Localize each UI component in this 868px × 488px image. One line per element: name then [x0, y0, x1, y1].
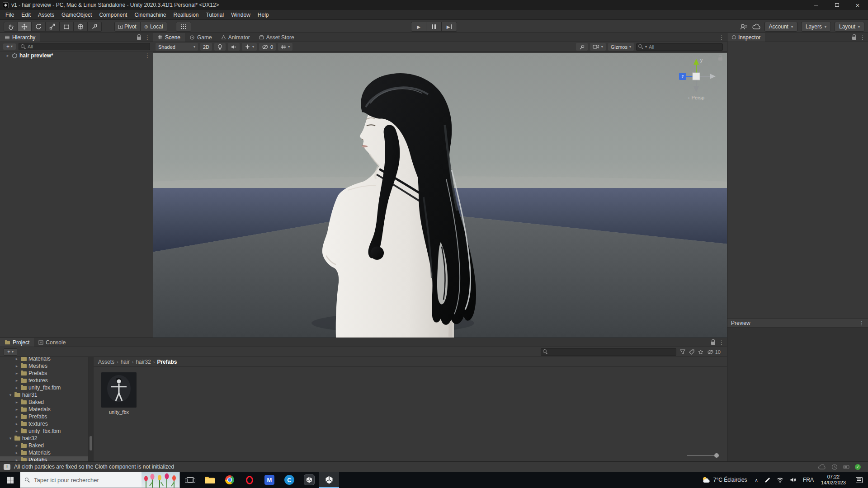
lock-icon[interactable]: [852, 37, 856, 40]
action-center-button[interactable]: [850, 477, 868, 483]
hand-tool-button[interactable]: [4, 22, 18, 32]
project-search-input[interactable]: [541, 348, 676, 356]
lighting-toggle[interactable]: [214, 43, 226, 51]
activity-icon[interactable]: [831, 464, 838, 470]
cloud-status-icon[interactable]: [818, 464, 826, 470]
status-bar[interactable]: All cloth particles are fixed so the Clo…: [0, 461, 868, 472]
menu-kebab-icon[interactable]: [145, 34, 150, 41]
foldout-icon[interactable]: ▸: [14, 450, 19, 455]
foldout-icon[interactable]: ▸: [14, 371, 19, 375]
thumbnail-zoom-slider[interactable]: [687, 452, 719, 459]
scene-root-item[interactable]: hair preview*: [0, 52, 153, 60]
2d-toggle[interactable]: 2D: [200, 43, 212, 51]
pivot-toggle[interactable]: Pivot: [114, 22, 141, 32]
custom-tool-button[interactable]: [88, 22, 102, 32]
tree-row[interactable]: ▸Materials: [0, 449, 88, 456]
collab-icon[interactable]: [740, 23, 748, 30]
cloud-icon[interactable]: [752, 23, 761, 30]
clock-widget[interactable]: 07:22 14/02/2023: [817, 474, 850, 486]
tree-row-selected[interactable]: ▸Prefabs: [0, 456, 88, 461]
unity-hub-button[interactable]: [299, 472, 319, 488]
foldout-icon[interactable]: ▸: [14, 422, 19, 426]
tab-animator[interactable]: Animator: [217, 33, 255, 42]
scene-grid-dropdown[interactable]: ▾: [278, 43, 292, 51]
foldout-icon[interactable]: ▸: [14, 407, 19, 412]
search-by-label-button[interactable]: [689, 349, 694, 355]
local-toggle[interactable]: ⊕Local: [141, 22, 167, 32]
menu-window[interactable]: Window: [227, 12, 254, 18]
menu-reallusion[interactable]: Reallusion: [170, 12, 203, 18]
tab-inspector[interactable]: Inspector: [727, 33, 765, 42]
tree-row[interactable]: ▸Baked: [0, 442, 88, 449]
opera-button[interactable]: [240, 472, 259, 488]
add-button[interactable]: +▾: [4, 348, 17, 356]
unity-editor-button[interactable]: [319, 472, 339, 488]
slider-track[interactable]: [687, 455, 716, 456]
progress-icon[interactable]: [843, 464, 849, 470]
language-indicator[interactable]: FRA: [800, 477, 817, 483]
tab-game[interactable]: Game: [185, 33, 217, 42]
play-button[interactable]: ▶: [411, 22, 426, 32]
menu-tutorial[interactable]: Tutorial: [203, 12, 228, 18]
tree-row[interactable]: ▸unity_fbx.fbm: [0, 427, 88, 435]
scene-orientation-gizmo[interactable]: z y ‹ Persp: [675, 56, 717, 100]
volume-icon[interactable]: [787, 477, 800, 483]
tab-asset-store[interactable]: Asset Store: [255, 33, 299, 42]
hierarchy-search-input[interactable]: All: [19, 43, 150, 50]
account-dropdown[interactable]: Account▾: [764, 22, 797, 32]
menu-kebab-icon[interactable]: [719, 339, 724, 346]
scene-visibility-toggle[interactable]: 0: [259, 43, 276, 51]
search-by-type-button[interactable]: [680, 349, 685, 354]
grid-snap-button[interactable]: [176, 22, 191, 32]
task-view-button[interactable]: [180, 472, 200, 488]
foldout-icon[interactable]: ▾: [8, 436, 13, 441]
start-button[interactable]: [0, 472, 20, 488]
pause-button[interactable]: [426, 22, 442, 32]
camera-settings-dropdown[interactable]: ▾: [590, 43, 606, 51]
tree-row[interactable]: ▸Materials: [0, 357, 88, 362]
tab-scene[interactable]: Scene: [153, 33, 185, 42]
menu-edit[interactable]: Edit: [18, 12, 34, 18]
lock-icon[interactable]: [137, 37, 141, 40]
breadcrumb-hair[interactable]: hair: [121, 359, 130, 365]
chrome-button[interactable]: [220, 472, 240, 488]
foldout-icon[interactable]: ▾: [8, 393, 13, 397]
menu-help[interactable]: Help: [254, 12, 273, 18]
move-tool-button[interactable]: [18, 22, 32, 32]
foldout-icon[interactable]: ▸: [14, 378, 19, 383]
scene-viewport[interactable]: z y ‹ Persp: [153, 53, 727, 338]
hidden-icons-button[interactable]: ∧: [752, 478, 761, 483]
taskbar-search-input[interactable]: Taper ici pour rechercher: [20, 472, 180, 488]
foldout-icon[interactable]: ▸: [14, 364, 19, 368]
tree-scrollbar[interactable]: [89, 357, 94, 461]
foldout-icon[interactable]: ▸: [14, 400, 19, 404]
breadcrumb-assets[interactable]: Assets: [98, 359, 114, 365]
tab-hierarchy[interactable]: Hierarchy: [0, 33, 40, 42]
tree-row[interactable]: ▾hair31: [0, 391, 88, 399]
menu-component[interactable]: Component: [95, 12, 131, 18]
scrollbar-thumb[interactable]: [90, 436, 92, 450]
foldout-icon[interactable]: [5, 53, 10, 58]
component-tools-button[interactable]: [576, 43, 588, 51]
foldout-icon[interactable]: ▸: [14, 458, 19, 461]
menu-file[interactable]: File: [2, 12, 18, 18]
menu-gameobject[interactable]: GameObject: [58, 12, 95, 18]
foldout-icon[interactable]: ▸: [14, 443, 19, 448]
preview-header[interactable]: Preview: [727, 318, 868, 328]
menu-kebab-icon[interactable]: [860, 34, 865, 41]
tree-row[interactable]: ▸unity_fbx.fbm: [0, 384, 88, 391]
gizmos-dropdown[interactable]: Gizmos▾: [608, 43, 634, 51]
network-icon[interactable]: [774, 477, 787, 483]
scene-search-input[interactable]: ▾All: [636, 43, 723, 51]
effects-dropdown[interactable]: ▾: [242, 43, 257, 51]
rotate-tool-button[interactable]: [32, 22, 46, 32]
maximize-button[interactable]: [826, 0, 847, 10]
transform-tool-button[interactable]: [74, 22, 88, 32]
menu-kebab-icon[interactable]: [859, 320, 864, 326]
lock-icon[interactable]: [711, 342, 715, 345]
tree-row[interactable]: ▸Baked: [0, 399, 88, 406]
step-button[interactable]: ▶: [442, 22, 457, 32]
asset-item[interactable]: unity_fbx: [100, 372, 138, 415]
favorites-button[interactable]: [698, 349, 703, 355]
tree-row[interactable]: ▾hair32: [0, 435, 88, 442]
